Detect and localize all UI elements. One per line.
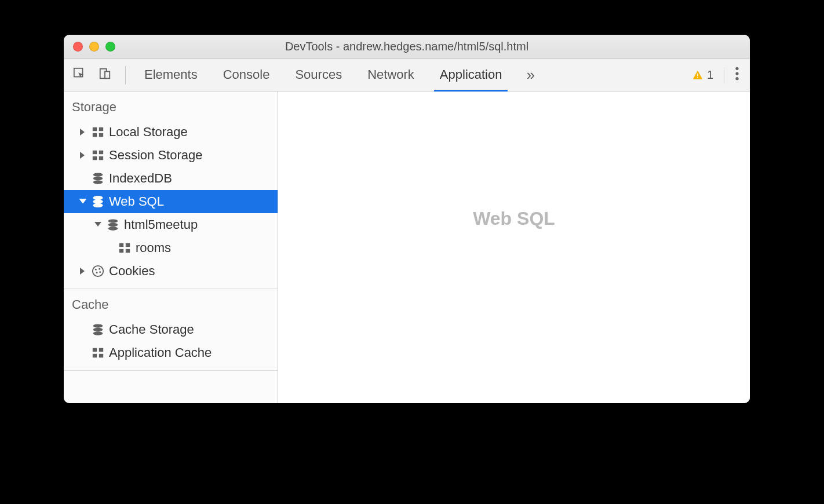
sidebar-item-label: Local Storage <box>109 125 188 140</box>
inspect-element-icon[interactable] <box>73 67 86 83</box>
devtools-window: DevTools - andrew.hedges.name/html5/sql.… <box>64 35 750 403</box>
sidebar-item-session-storage[interactable]: Session Storage <box>64 144 278 167</box>
sidebar-item-label: rooms <box>136 240 171 255</box>
main-placeholder-text: Web SQL <box>473 208 555 229</box>
separator <box>125 66 126 85</box>
sidebar-item-label: Web SQL <box>109 194 164 209</box>
svg-rect-2 <box>105 71 110 78</box>
cache-section-title: Cache <box>64 289 278 318</box>
sidebar-item-cookies[interactable]: Cookies <box>64 260 278 283</box>
sidebar-item-label: Cookies <box>109 264 155 279</box>
table-icon <box>92 346 104 359</box>
svg-point-17 <box>93 177 103 180</box>
svg-point-16 <box>93 173 103 176</box>
svg-point-31 <box>99 268 100 270</box>
sidebar-item-database[interactable]: html5meetup <box>64 213 278 236</box>
chevron-right-icon <box>79 129 87 136</box>
sidebar-item-label: html5meetup <box>124 217 198 232</box>
chevron-right-icon <box>79 152 87 159</box>
svg-point-19 <box>93 196 103 199</box>
svg-rect-3 <box>697 73 698 76</box>
svg-point-34 <box>93 324 103 327</box>
panel-tabs: Elements Console Sources Network Applica… <box>129 60 535 91</box>
sidebar-item-local-storage[interactable]: Local Storage <box>64 120 278 144</box>
titlebar: DevTools - andrew.hedges.name/html5/sql.… <box>64 35 750 59</box>
svg-rect-8 <box>93 127 97 131</box>
table-icon <box>118 242 131 254</box>
chevron-right-icon <box>79 268 87 275</box>
svg-point-36 <box>93 331 103 335</box>
kebab-menu-icon[interactable] <box>735 66 739 85</box>
warning-icon <box>692 70 703 81</box>
svg-point-22 <box>108 219 118 222</box>
svg-rect-38 <box>99 348 103 352</box>
close-window-button[interactable] <box>73 42 83 52</box>
devtools-toolbar: Elements Console Sources Network Applica… <box>64 59 750 92</box>
svg-rect-4 <box>697 77 698 78</box>
sidebar-item-application-cache[interactable]: Application Cache <box>64 341 278 364</box>
svg-point-35 <box>93 328 103 331</box>
zoom-window-button[interactable] <box>105 42 115 52</box>
svg-point-32 <box>96 272 98 273</box>
svg-rect-9 <box>99 127 103 131</box>
svg-rect-14 <box>93 156 97 160</box>
warnings-count: 1 <box>707 68 713 82</box>
storage-section-title: Storage <box>64 92 278 120</box>
svg-rect-28 <box>126 249 130 253</box>
table-icon <box>92 149 104 162</box>
separator <box>724 67 724 83</box>
svg-rect-27 <box>119 249 123 253</box>
traffic-lights <box>64 42 115 52</box>
cookie-icon <box>92 265 104 277</box>
svg-point-7 <box>735 77 738 80</box>
sidebar-item-cache-storage[interactable]: Cache Storage <box>64 318 278 341</box>
svg-point-33 <box>99 271 101 273</box>
sidebar-item-indexeddb[interactable]: IndexedDB <box>64 167 278 190</box>
main-panel: Web SQL <box>278 92 750 403</box>
svg-rect-10 <box>93 133 97 137</box>
svg-rect-15 <box>99 156 103 160</box>
svg-rect-13 <box>99 151 103 154</box>
tab-sources[interactable]: Sources <box>294 60 343 91</box>
tab-console[interactable]: Console <box>222 60 271 91</box>
sidebar-item-label: Session Storage <box>109 148 202 163</box>
sidebar-item-web-sql[interactable]: Web SQL <box>64 190 278 213</box>
more-tabs-icon[interactable]: » <box>526 66 534 84</box>
svg-point-20 <box>93 200 103 203</box>
svg-point-24 <box>108 227 118 230</box>
chevron-down-icon <box>94 222 102 228</box>
application-sidebar: Storage Local Storage Session Storage <box>64 92 278 403</box>
svg-point-6 <box>735 72 738 75</box>
svg-rect-11 <box>99 133 103 137</box>
database-icon <box>92 172 104 185</box>
svg-point-21 <box>93 203 103 207</box>
svg-point-18 <box>93 180 103 184</box>
tab-application[interactable]: Application <box>439 60 504 91</box>
database-icon <box>92 195 104 208</box>
svg-point-23 <box>108 223 118 227</box>
sidebar-item-label: Cache Storage <box>109 322 194 337</box>
sidebar-item-table[interactable]: rooms <box>64 236 278 260</box>
svg-rect-25 <box>119 243 123 247</box>
tab-network[interactable]: Network <box>366 60 415 91</box>
svg-rect-26 <box>126 243 130 247</box>
warnings-badge[interactable]: 1 <box>692 68 713 82</box>
svg-rect-37 <box>93 348 97 352</box>
svg-point-5 <box>735 67 738 70</box>
device-toolbar-icon[interactable] <box>99 67 111 83</box>
chevron-down-icon <box>79 199 87 204</box>
svg-rect-12 <box>93 151 97 154</box>
minimize-window-button[interactable] <box>89 42 99 52</box>
storage-section: Storage Local Storage Session Storage <box>64 92 278 289</box>
tab-elements[interactable]: Elements <box>143 60 199 91</box>
svg-rect-40 <box>99 354 103 357</box>
cache-section: Cache Cache Storage Application Cache <box>64 289 278 371</box>
sidebar-item-label: IndexedDB <box>109 171 172 186</box>
svg-point-30 <box>95 269 97 271</box>
table-icon <box>92 126 104 138</box>
window-title: DevTools - andrew.hedges.name/html5/sql.… <box>64 40 750 53</box>
svg-point-29 <box>93 266 103 276</box>
sidebar-item-label: Application Cache <box>109 345 212 360</box>
svg-rect-39 <box>93 354 97 357</box>
database-icon <box>107 218 119 231</box>
